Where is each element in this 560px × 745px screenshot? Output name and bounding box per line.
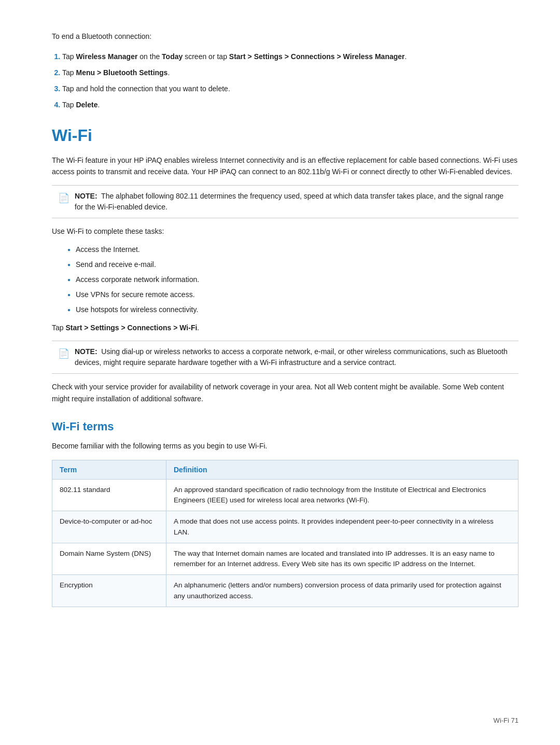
wifi-intro-paragraph: The Wi-Fi feature in your HP iPAQ enable…: [52, 154, 519, 178]
definition-cell-1: A mode that does not use access points. …: [166, 511, 519, 543]
step1-bold3: Start > Settings > Connections > Wireles…: [229, 52, 405, 61]
check-paragraph: Check with your service provider for ava…: [52, 381, 519, 404]
note2-label: NOTE:: [75, 347, 97, 356]
note2-body: Using dial-up or wireless networks to ac…: [75, 347, 508, 367]
wifi-terms-intro: Become familiar with the following terms…: [52, 441, 519, 452]
task-item-5: Use hotspots for wireless connectivity.: [67, 304, 519, 315]
table-row: Device-to-computer or ad-hoc A mode that…: [52, 511, 519, 543]
terms-header-definition: Definition: [166, 460, 519, 479]
note1-body: The alphabet following 802.11 determines…: [75, 192, 503, 211]
task-item-2: Send and receive e-mail.: [67, 259, 519, 270]
task-item-1: Access the Internet.: [67, 244, 519, 255]
step2-bold: Menu > Bluetooth Settings: [76, 68, 167, 77]
table-row: Encryption An alphanumeric (letters and/…: [52, 575, 519, 607]
terms-table: Term Definition 802.11 standard An appro…: [52, 460, 519, 607]
task-item-4: Use VPNs for secure remote access.: [67, 289, 519, 300]
note-box-1: 📄 NOTE: The alphabet following 802.11 de…: [52, 185, 519, 218]
definition-cell-3: An alphanumeric (letters and/or numbers)…: [166, 575, 519, 607]
step-1: Tap Wireless Manager on the Today screen…: [62, 51, 519, 62]
note-box-2: 📄 NOTE: Using dial-up or wireless networ…: [52, 341, 519, 374]
note-text-1: NOTE: The alphabet following 802.11 dete…: [75, 191, 512, 213]
task-item-3: Access corporate network information.: [67, 274, 519, 285]
task-list: Access the Internet. Send and receive e-…: [67, 244, 519, 315]
definition-cell-0: An approved standard specification of ra…: [166, 479, 519, 511]
bluetooth-intro: To end a Bluetooth connection:: [52, 31, 519, 42]
wifi-section-title: Wi-Fi: [52, 126, 519, 145]
steps-list: Tap Wireless Manager on the Today screen…: [62, 51, 519, 110]
terms-table-header-row: Term Definition: [52, 460, 519, 479]
wifi-terms-title: Wi-Fi terms: [52, 420, 519, 433]
tap-instruction-bold: Start > Settings > Connections > Wi-Fi: [65, 324, 197, 332]
page-footer: Wi-Fi 71: [494, 716, 519, 724]
tap-instruction: Tap Start > Settings > Connections > Wi-…: [52, 322, 519, 333]
step4-bold: Delete: [76, 101, 97, 109]
step1-bold1: Wireless Manager: [76, 52, 137, 61]
term-cell-0: 802.11 standard: [52, 479, 166, 511]
step-4: Tap Delete.: [62, 100, 519, 110]
note-icon-1: 📄: [58, 191, 69, 205]
step-3: Tap and hold the connection that you wan…: [62, 83, 519, 94]
term-cell-3: Encryption: [52, 575, 166, 607]
terms-header-term: Term: [52, 460, 166, 479]
step1-bold2: Today: [162, 52, 183, 61]
term-cell-2: Domain Name System (DNS): [52, 543, 166, 575]
table-row: Domain Name System (DNS) The way that In…: [52, 543, 519, 575]
tasks-intro: Use Wi-Fi to complete these tasks:: [52, 226, 519, 237]
note1-label: NOTE:: [75, 192, 97, 200]
definition-cell-2: The way that Internet domain names are l…: [166, 543, 519, 575]
note-text-2: NOTE: Using dial-up or wireless networks…: [75, 346, 512, 368]
note-icon-2: 📄: [58, 347, 69, 361]
step-2: Tap Menu > Bluetooth Settings.: [62, 67, 519, 78]
table-row: 802.11 standard An approved standard spe…: [52, 479, 519, 511]
term-cell-1: Device-to-computer or ad-hoc: [52, 511, 166, 543]
